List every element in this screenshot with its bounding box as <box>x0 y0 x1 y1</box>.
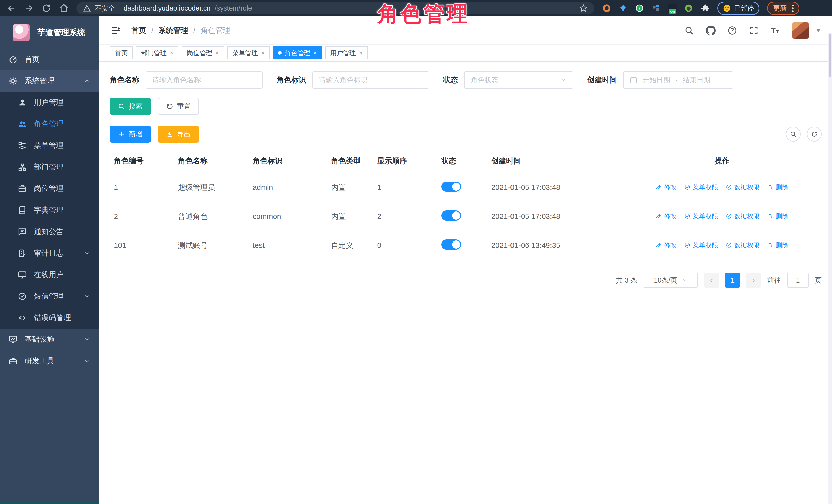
date-start-placeholder: 开始日期 <box>643 75 670 85</box>
search-icon[interactable] <box>684 26 694 35</box>
extension-target-icon[interactable] <box>602 4 611 13</box>
edit-link[interactable]: 修改 <box>656 212 677 220</box>
address-bar[interactable]: 不安全 dashboard.yudao.iocoder.cn /system/r… <box>76 2 594 15</box>
next-page-button[interactable]: › <box>746 272 761 288</box>
edit-link[interactable]: 修改 <box>656 183 677 191</box>
tab-部门管理[interactable]: 部门管理× <box>136 46 178 59</box>
data-perm-link[interactable]: 数据权限 <box>726 183 760 191</box>
role-key-input[interactable] <box>312 71 429 89</box>
close-icon[interactable]: × <box>313 50 317 56</box>
close-icon[interactable]: × <box>170 50 173 56</box>
breadcrumb-item: 角色管理 <box>201 25 230 36</box>
sidebar-item-errcode[interactable]: 错误码管理 <box>0 307 100 329</box>
sidebar-item-devtool[interactable]: 研发工具 <box>0 350 100 372</box>
edit-icon <box>656 242 662 248</box>
delete-link[interactable]: 删除 <box>768 183 788 191</box>
toggle-search-button[interactable] <box>786 127 801 141</box>
menu-perm-link[interactable]: 菜单权限 <box>684 212 718 220</box>
extension-badge-icon[interactable]: 7 <box>635 4 644 13</box>
infra-icon <box>9 335 18 344</box>
scrollbar-thumb[interactable] <box>829 33 831 77</box>
browser-chrome: 不安全 dashboard.yudao.iocoder.cn /system/r… <box>0 0 832 17</box>
reset-button[interactable]: 重置 <box>158 98 199 115</box>
sidebar-item-home[interactable]: 首页 <box>0 49 100 70</box>
chevron-down-icon[interactable] <box>816 29 821 32</box>
close-icon[interactable]: × <box>261 50 265 56</box>
sidebar-item-menu[interactable]: 菜单管理 <box>0 135 100 156</box>
extension-on-icon[interactable]: on <box>668 4 677 12</box>
cell-role-id: 2 <box>110 202 174 231</box>
online-icon <box>18 270 27 279</box>
delete-link[interactable]: 删除 <box>768 241 788 249</box>
extension-gem-icon[interactable] <box>618 4 628 13</box>
date-range-picker[interactable]: 开始日期 - 结束日期 <box>623 71 733 89</box>
tab-角色管理[interactable]: 角色管理× <box>273 46 322 59</box>
tab-用户管理[interactable]: 用户管理× <box>325 46 368 59</box>
current-page-button[interactable]: 1 <box>725 272 740 288</box>
sidebar-item-sms[interactable]: 短信管理 <box>0 286 100 307</box>
search-button[interactable]: 搜索 <box>110 98 151 115</box>
cell-role-type: 内置 <box>327 173 373 202</box>
close-icon[interactable]: × <box>359 50 363 56</box>
sidebar-item-user[interactable]: 用户管理 <box>0 92 100 113</box>
column-header: 角色类型 <box>327 149 373 173</box>
tags-view-bar: 首页部门管理×岗位管理×菜单管理×角色管理×用户管理× <box>100 45 832 61</box>
goto-page-input[interactable] <box>787 272 809 288</box>
status-toggle[interactable] <box>441 182 461 192</box>
fullscreen-icon[interactable] <box>749 26 759 35</box>
avatar[interactable] <box>792 22 809 39</box>
sidebar-item-label: 首页 <box>25 54 40 64</box>
status-select-placeholder: 角色状态 <box>471 75 498 85</box>
tab-菜单管理[interactable]: 菜单管理× <box>227 46 270 59</box>
font-size-icon[interactable]: TT <box>771 26 780 35</box>
data-perm-link[interactable]: 数据权限 <box>726 241 760 249</box>
sidebar-item-notice[interactable]: 通知公告 <box>0 221 100 242</box>
home-icon[interactable] <box>59 3 69 13</box>
vertical-scrollbar[interactable] <box>828 33 832 504</box>
prev-page-button[interactable]: ‹ <box>704 272 719 288</box>
export-button[interactable]: 导出 <box>158 126 199 142</box>
chevron-up-icon <box>84 78 90 84</box>
role-name-input[interactable] <box>146 71 263 89</box>
tab-首页[interactable]: 首页 <box>110 46 133 59</box>
github-icon[interactable] <box>706 26 716 35</box>
sidebar-item-dept[interactable]: 部门管理 <box>0 156 100 178</box>
menu-perm-link[interactable]: 菜单权限 <box>684 241 718 249</box>
hamburger-icon[interactable] <box>111 25 121 36</box>
back-icon[interactable] <box>7 3 17 13</box>
sidebar-item-infra[interactable]: 基础设施 <box>0 329 100 350</box>
extension-monkey-icon[interactable] <box>684 4 693 13</box>
tab-岗位管理[interactable]: 岗位管理× <box>182 46 224 59</box>
sidebar-item-role[interactable]: 角色管理 <box>0 113 100 135</box>
sidebar-item-online[interactable]: 在线用户 <box>0 264 100 286</box>
page-size-select[interactable]: 10条/页 <box>644 272 698 288</box>
sidebar-item-log[interactable]: 审计日志 <box>0 242 100 264</box>
data-perm-link[interactable]: 数据权限 <box>726 212 760 220</box>
sidebar-item-post[interactable]: 岗位管理 <box>0 178 100 200</box>
breadcrumb-item[interactable]: 首页 <box>131 25 146 36</box>
edit-link[interactable]: 修改 <box>656 241 677 249</box>
profile-paused-chip[interactable]: 已暂停 <box>718 2 759 15</box>
menu-perm-link[interactable]: 菜单权限 <box>684 183 718 191</box>
delete-link[interactable]: 删除 <box>768 212 788 220</box>
help-icon[interactable] <box>727 26 737 35</box>
extensions-puzzle-icon[interactable] <box>700 4 710 13</box>
status-toggle[interactable] <box>441 210 461 221</box>
tool-icon <box>9 356 18 365</box>
kebab-menu-icon[interactable] <box>792 5 794 12</box>
app-logo[interactable]: 芋道管理系统 <box>0 17 100 49</box>
sidebar-item-dict[interactable]: 字典管理 <box>0 200 100 221</box>
browser-update-button[interactable]: 更新 <box>767 2 800 15</box>
close-icon[interactable]: × <box>215 50 219 56</box>
extension-grid-icon[interactable] <box>651 4 660 13</box>
forward-icon[interactable] <box>24 3 34 13</box>
bookmark-star-icon[interactable] <box>579 4 588 12</box>
reload-icon[interactable] <box>42 3 51 13</box>
cell-create-time: 2021-01-05 17:03:48 <box>487 173 623 202</box>
status-select[interactable]: 角色状态 <box>464 71 573 89</box>
refresh-table-button[interactable] <box>807 127 822 141</box>
status-toggle[interactable] <box>441 239 461 250</box>
breadcrumb-item[interactable]: 系统管理 <box>158 25 188 36</box>
sidebar-item-system[interactable]: 系统管理 <box>0 70 100 92</box>
add-button[interactable]: 新增 <box>110 126 151 142</box>
